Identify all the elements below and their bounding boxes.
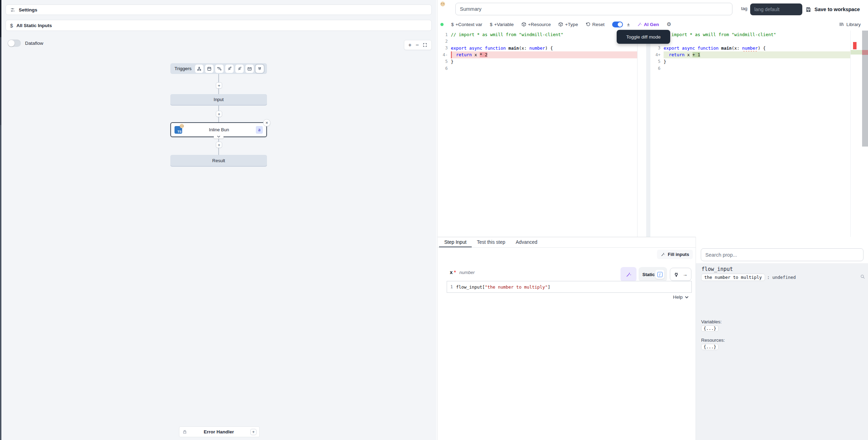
status-dot bbox=[440, 23, 444, 26]
code-line[interactable] bbox=[451, 65, 637, 72]
diff-modified-pane[interactable]: 1 // import * as wmill from "windmill-cl… bbox=[650, 31, 850, 72]
canvas-zoom-controls: + − bbox=[404, 40, 432, 50]
trigger-buttons bbox=[195, 65, 264, 73]
tag-input[interactable] bbox=[750, 3, 802, 15]
inline-bun-step-node[interactable]: TS Inline Bun a bbox=[170, 122, 267, 137]
wand-icon bbox=[661, 252, 665, 257]
required-mark: * bbox=[454, 269, 456, 275]
fill-inputs-button[interactable]: Fill inputs bbox=[657, 250, 693, 259]
plus-minus-button[interactable]: ± bbox=[627, 22, 630, 27]
summary-input[interactable] bbox=[455, 3, 732, 15]
error-handler-node[interactable]: Error Handler + bbox=[179, 426, 260, 437]
error-handler-add-icon[interactable]: + bbox=[250, 429, 257, 435]
gear-icon[interactable]: ⚙ bbox=[667, 21, 671, 27]
search-prop-input[interactable] bbox=[701, 248, 863, 261]
prop-key-chip[interactable]: the number to multiply bbox=[701, 274, 765, 281]
code-line[interactable]: // import * as wmill from "windmill-clie… bbox=[664, 31, 850, 38]
step-chevron-down-icon[interactable] bbox=[214, 134, 224, 139]
add-variable-button[interactable]: $ +Variable bbox=[490, 22, 514, 27]
kafka-trigger-icon[interactable] bbox=[255, 65, 264, 73]
add-context-var-button[interactable]: $ +Context var bbox=[451, 22, 482, 27]
code-line[interactable]: // import * as wmill from "windmill-clie… bbox=[451, 31, 637, 38]
variables-label: Variables: bbox=[701, 319, 722, 324]
reset-button[interactable]: Reset bbox=[586, 22, 605, 27]
schedule-trigger-icon[interactable] bbox=[205, 65, 213, 73]
add-resource-button[interactable]: +Resource bbox=[521, 22, 551, 27]
all-static-inputs-button[interactable]: $ All Static Inputs bbox=[6, 20, 432, 31]
expression-code[interactable]: flow_input["the number to multiply"] bbox=[456, 284, 550, 290]
code-line-added[interactable]: return x + 1 bbox=[664, 51, 850, 58]
email-trigger-icon[interactable] bbox=[245, 65, 254, 73]
code-line[interactable] bbox=[664, 38, 850, 44]
code-line[interactable] bbox=[664, 65, 850, 72]
prop-value: : undefined bbox=[767, 275, 796, 280]
argument-name: x bbox=[450, 269, 453, 275]
step-id-badge[interactable]: a bbox=[256, 126, 263, 134]
zoom-out-button[interactable]: − bbox=[416, 42, 419, 48]
bun-face-icon bbox=[440, 2, 445, 6]
help-dropdown[interactable]: Help bbox=[673, 294, 689, 300]
connect-io-group: → bbox=[670, 268, 691, 281]
save-label: Save to workspace bbox=[814, 7, 860, 12]
step-close-icon[interactable]: × bbox=[263, 119, 270, 126]
line-number: 3 bbox=[438, 45, 451, 50]
editor-scrollbar[interactable] bbox=[862, 31, 868, 147]
overview-ruler-mark bbox=[862, 50, 868, 55]
tab-step-input[interactable]: Step Input bbox=[439, 237, 472, 247]
library-button[interactable]: Library bbox=[839, 18, 861, 31]
diff-original-pane[interactable]: 1 // import * as wmill from "windmill-cl… bbox=[438, 31, 637, 72]
code-line[interactable]: export async function main(x: number) { bbox=[451, 45, 637, 51]
tab-test-this-step[interactable]: Test this step bbox=[472, 237, 511, 247]
plug-icon[interactable] bbox=[674, 272, 679, 277]
input-node-label: Input bbox=[214, 97, 224, 102]
step-tabs: Step Input Test this step Advanced bbox=[438, 237, 696, 248]
arrow-right-icon[interactable]: → bbox=[683, 272, 688, 277]
static-mode-toggle[interactable]: Static ƒ bbox=[639, 267, 667, 282]
ai-gen-button[interactable]: AI Gen bbox=[637, 22, 659, 27]
diff-mode-toggle[interactable] bbox=[612, 22, 623, 27]
postgres-trigger-icon[interactable] bbox=[235, 65, 244, 73]
line-number: 5 bbox=[438, 59, 451, 64]
http-route-trigger-icon[interactable] bbox=[215, 65, 224, 73]
code-line-deleted[interactable]: return x * 2 bbox=[451, 51, 637, 58]
ai-fill-button[interactable] bbox=[620, 267, 636, 282]
zoom-in-button[interactable]: + bbox=[408, 42, 412, 48]
package-icon bbox=[558, 22, 563, 27]
code-line[interactable]: export async function main(x: number) { bbox=[664, 45, 850, 51]
websocket-trigger-icon[interactable] bbox=[225, 65, 234, 73]
variables-object-chip[interactable]: {...} bbox=[701, 325, 719, 332]
bun-face-icon bbox=[180, 124, 184, 128]
add-step-button-middle[interactable]: + bbox=[216, 111, 222, 117]
add-step-button-bottom[interactable]: + bbox=[216, 142, 222, 148]
code-line[interactable]: } bbox=[664, 58, 850, 65]
javascript-expression-button[interactable]: ƒ bbox=[655, 270, 664, 279]
input-node[interactable]: Input bbox=[170, 94, 267, 105]
line-number: 6 bbox=[438, 66, 451, 71]
line-number: 5 bbox=[650, 59, 664, 64]
editor-minimap[interactable] bbox=[850, 31, 862, 237]
tab-advanced[interactable]: Advanced bbox=[511, 237, 543, 247]
diff-pane-divider bbox=[637, 31, 650, 237]
save-icon bbox=[805, 7, 811, 13]
settings-button[interactable]: Settings bbox=[6, 5, 432, 15]
toggle-diff-mode-tooltip: Toggle diff mode bbox=[617, 30, 670, 44]
argument-row: x* number bbox=[450, 269, 475, 275]
resources-label: Resources: bbox=[701, 338, 725, 343]
resources-object-chip[interactable]: {...} bbox=[701, 344, 719, 350]
add-type-button[interactable]: +Type bbox=[558, 22, 578, 27]
dataflow-toggle[interactable] bbox=[8, 40, 21, 47]
result-node[interactable]: Result bbox=[170, 155, 267, 166]
tag-label: tag bbox=[741, 6, 747, 11]
line-number: 6 bbox=[650, 66, 664, 71]
magnifier-icon[interactable] bbox=[860, 274, 865, 279]
code-line[interactable]: } bbox=[451, 58, 637, 65]
webhook-trigger-icon[interactable] bbox=[195, 65, 203, 73]
add-step-button-top[interactable]: + bbox=[216, 82, 222, 89]
dataflow-label: Dataflow bbox=[25, 41, 43, 46]
expression-editor[interactable]: 1 flow_input["the number to multiply"] bbox=[447, 281, 692, 293]
prop-row: the number to multiply : undefined bbox=[701, 274, 796, 281]
save-to-workspace-button[interactable]: Save to workspace bbox=[805, 5, 860, 14]
fit-view-icon[interactable] bbox=[423, 43, 427, 47]
code-line[interactable] bbox=[451, 38, 637, 44]
flow-panel: Settings $ All Static Inputs Dataflow + … bbox=[1, 0, 437, 440]
